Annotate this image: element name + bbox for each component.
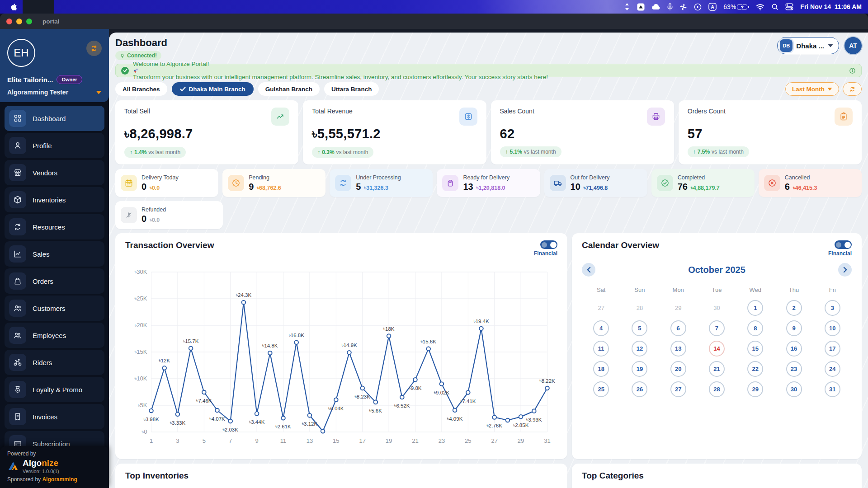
calendar-date-label: 6 [670, 320, 686, 336]
calendar-date-22[interactable]: 22 [736, 361, 774, 377]
grid-icon [9, 110, 26, 127]
calendar-date-16[interactable]: 16 [774, 340, 813, 357]
status-card-body: Completed76৳4,88,179.7 [678, 174, 720, 192]
calendar-date-7[interactable]: 7 [698, 320, 736, 336]
calendar-date-8[interactable]: 8 [736, 320, 774, 336]
input-source-icon[interactable]: A [708, 3, 717, 11]
calendar-date-14[interactable]: 14 [698, 340, 736, 357]
calendar-date-label: 24 [825, 361, 840, 377]
calendar-date-19[interactable]: 19 [620, 361, 659, 377]
sidebar-item-employees[interactable]: Employees [5, 323, 104, 348]
financial-toggle[interactable] [540, 240, 557, 249]
sidebar-item-resources[interactable]: Resources [5, 214, 104, 239]
cloud-icon[interactable] [651, 4, 660, 10]
info-icon[interactable] [849, 67, 856, 74]
fan-icon[interactable] [679, 3, 687, 11]
microphone-icon[interactable] [667, 3, 673, 11]
sidebar-item-profile[interactable]: Profile [5, 133, 104, 158]
calendar-date-29-muted: 29 [659, 300, 698, 316]
tab-label: All Branches [123, 86, 160, 93]
sidebar-item-label: Profile [33, 142, 52, 150]
sidebar-item-vendors[interactable]: Vendors [5, 160, 104, 185]
svg-text:৳8.23K: ৳8.23K [354, 394, 370, 399]
battery-indicator[interactable]: 63% [723, 3, 749, 10]
calendar-date-4[interactable]: 4 [582, 320, 620, 336]
financial-toggle-label: Financial [534, 250, 557, 257]
tab-uttara-branch[interactable]: Uttara Branch [324, 82, 379, 96]
app-triangle-icon[interactable] [637, 3, 645, 11]
financial-toggle[interactable] [835, 240, 852, 249]
refresh-button[interactable] [843, 82, 862, 96]
sidebar-item-dashboard[interactable]: Dashboard [5, 106, 104, 131]
sidebar-item-inventories[interactable]: Inventories [5, 187, 104, 212]
calendar-date-23[interactable]: 23 [774, 361, 813, 377]
calendar-date-3[interactable]: 3 [813, 300, 852, 316]
calendar-date-label: 19 [632, 361, 647, 377]
calendar-date-29[interactable]: 29 [736, 381, 774, 397]
period-dropdown[interactable]: Last Month [785, 82, 839, 96]
stat-card-top: Total Sell [124, 108, 289, 126]
calendar-date-20[interactable]: 20 [659, 361, 698, 377]
calendar-date-5[interactable]: 5 [620, 320, 659, 336]
clock-icon [228, 175, 244, 191]
calendar-date-15[interactable]: 15 [736, 340, 774, 357]
play-circle-icon[interactable] [694, 3, 702, 11]
sidebar-item-riders[interactable]: Riders [5, 350, 104, 375]
calendar-date-27[interactable]: 27 [659, 381, 698, 397]
calendar-date-2[interactable]: 2 [774, 300, 813, 316]
calendar-date-25[interactable]: 25 [582, 381, 620, 397]
sidebar-item-invoices[interactable]: Invoices [5, 404, 104, 429]
account-switcher[interactable]: Algoramming Tester [7, 89, 102, 96]
banner-text-rest: Transform your business with our intelli… [133, 74, 548, 80]
sidebar-item-label: Inventories [33, 196, 66, 204]
tab-dhaka-main-branch[interactable]: Dhaka Main Branch [172, 82, 254, 96]
menu-bar-clock[interactable]: Fri Nov 14 11:06 AM [800, 3, 862, 10]
calendar-date-31[interactable]: 31 [813, 381, 852, 397]
user-avatar[interactable]: AT [844, 37, 862, 54]
sync-button[interactable] [86, 41, 102, 56]
tab-all-branches[interactable]: All Branches [115, 82, 167, 96]
sidebar-item-loyalty-promo[interactable]: Loyalty & Promo [5, 377, 104, 402]
svg-text:৳9.8K: ৳9.8K [408, 385, 421, 391]
tab-gulshan-branch[interactable]: Gulshan Branch [258, 82, 320, 96]
plug-icon [120, 53, 125, 58]
calendar-date-21[interactable]: 21 [698, 361, 736, 377]
calendar-date-9[interactable]: 9 [774, 320, 813, 336]
sidebar-item-sales[interactable]: Sales [5, 241, 104, 267]
sidebar-item-orders[interactable]: Orders [5, 268, 104, 294]
calendar-date-26[interactable]: 26 [620, 381, 659, 397]
calendar-date-11[interactable]: 11 [582, 340, 620, 357]
branch-selector-dropdown[interactable]: DB Dhaka ... [777, 37, 839, 54]
minimize-window-button[interactable] [16, 19, 22, 24]
sponsor-link[interactable]: Algoramming [42, 476, 77, 483]
calendar-date-1[interactable]: 1 [736, 300, 774, 316]
status-amount: ৳31,326.3 [364, 185, 388, 192]
control-center-icon[interactable] [785, 3, 793, 10]
sidebar-item-customers[interactable]: Customers [5, 296, 104, 321]
status-amount: ৳1,20,818.0 [476, 185, 505, 192]
close-window-button[interactable] [6, 19, 12, 24]
updown-arrows-icon[interactable] [624, 3, 630, 10]
svg-text:৳18K: ৳18K [383, 326, 395, 332]
chart-icon [9, 245, 26, 263]
calendar-prev-button[interactable] [582, 263, 595, 277]
calendar-today: 14 [709, 341, 725, 357]
truck-icon [550, 175, 566, 191]
calendar-date-17[interactable]: 17 [813, 340, 852, 357]
calendar-date-30[interactable]: 30 [774, 381, 813, 397]
wifi-icon[interactable] [756, 4, 764, 10]
zoom-window-button[interactable] [26, 19, 32, 24]
calendar-next-button[interactable] [838, 263, 852, 277]
status-values: 76৳4,88,179.7 [678, 182, 720, 192]
calendar-date-24[interactable]: 24 [813, 361, 852, 377]
spotlight-search-icon[interactable] [771, 3, 778, 10]
calendar-date-6[interactable]: 6 [659, 320, 698, 336]
svg-text:25: 25 [465, 437, 471, 444]
stat-label: Orders Count [688, 108, 726, 115]
apple-menu-icon[interactable] [6, 3, 21, 11]
calendar-date-13[interactable]: 13 [659, 340, 698, 357]
calendar-date-18[interactable]: 18 [582, 361, 620, 377]
calendar-date-12[interactable]: 12 [620, 340, 659, 357]
calendar-date-10[interactable]: 10 [813, 320, 852, 336]
calendar-date-28[interactable]: 28 [698, 381, 736, 397]
